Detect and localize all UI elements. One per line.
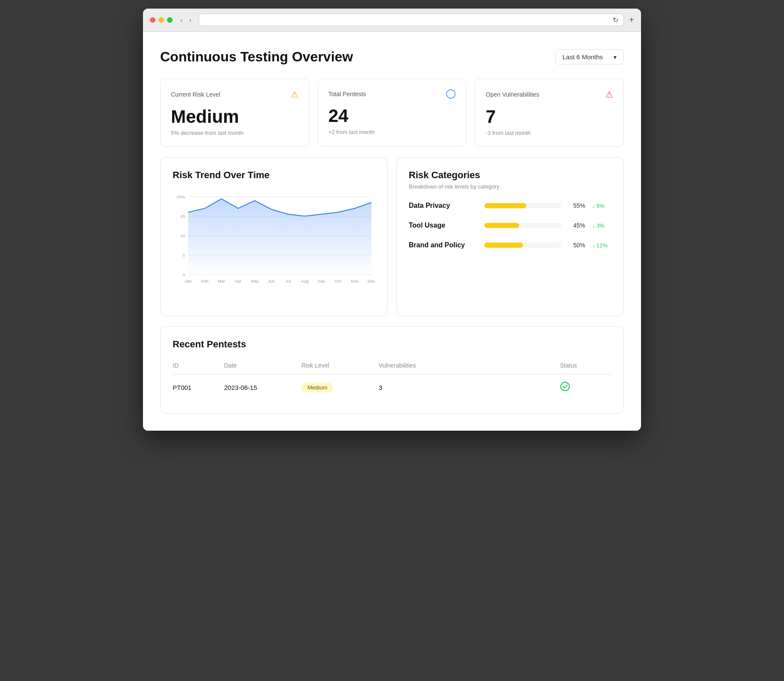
svg-text:Dec: Dec	[368, 279, 375, 283]
risk-cat-brand-policy: Brand and Policy 50% ↓ 12%	[409, 241, 611, 249]
risk-cat-tool-usage: Tool Usage 45% ↓ 3%	[409, 222, 611, 229]
risk-pct: 45%	[568, 222, 585, 229]
app-content: Continuous Testing Overview Last 6 Month…	[143, 32, 641, 431]
col-date: Date	[224, 362, 301, 369]
svg-text:Oct: Oct	[334, 279, 341, 283]
card-header: Current Risk Level ⚠	[171, 89, 298, 100]
svg-text:20%: 20%	[176, 195, 185, 199]
browser-window: ‹ › ↻ + Continuous Testing Overview Last…	[143, 9, 641, 431]
close-button[interactable]	[150, 17, 155, 23]
svg-text:Jun: Jun	[268, 279, 275, 283]
svg-text:Sep: Sep	[318, 279, 325, 283]
new-tab-button[interactable]: +	[629, 15, 634, 25]
middle-row: Risk Trend Over Time 20% 15 10 5	[160, 157, 624, 316]
total-pentests-card: Total Pentests 24 +2 from last month	[318, 79, 467, 147]
risk-change: ↓ 3%	[592, 222, 611, 229]
svg-text:Aug: Aug	[301, 279, 309, 283]
current-risk-card: Current Risk Level ⚠ Medium 5% decrease …	[160, 79, 309, 147]
page-header: Continuous Testing Overview Last 6 Month…	[160, 49, 624, 65]
table-row: PT001 2023-06-15 Medium 3	[173, 374, 611, 401]
card-value: Medium	[171, 106, 298, 127]
risk-cat-label: Tool Usage	[409, 222, 477, 229]
cell-status	[560, 381, 611, 394]
card-sub: +2 from last month	[328, 129, 456, 135]
svg-text:Jul: Jul	[285, 279, 291, 283]
col-vuln: Vulnerabilities	[379, 362, 560, 369]
cell-vuln: 3	[379, 384, 560, 391]
card-label: Total Pentests	[328, 91, 366, 97]
svg-text:May: May	[251, 279, 259, 283]
risk-categories-panel: Risk Categories Breakdown of risk levels…	[396, 157, 624, 316]
card-value: 7	[486, 106, 613, 127]
circle-icon	[446, 89, 456, 99]
risk-trend-panel: Risk Trend Over Time 20% 15 10 5	[160, 157, 388, 316]
card-sub: 5% decrease from last month	[171, 130, 298, 136]
col-risk: Risk Level	[301, 362, 379, 369]
risk-cat-label: Brand and Policy	[409, 241, 477, 249]
risk-bar-track	[484, 223, 561, 228]
risk-bar-fill	[484, 223, 519, 228]
svg-text:Nov: Nov	[351, 279, 359, 283]
risk-pct: 50%	[568, 242, 585, 249]
col-status: Status	[560, 362, 611, 369]
time-filter-label: Last 6 Months	[562, 53, 603, 61]
card-label: Current Risk Level	[171, 91, 220, 98]
cell-id: PT001	[173, 384, 224, 391]
risk-bar-fill	[484, 243, 523, 248]
cell-risk: Medium	[301, 383, 379, 392]
refresh-button[interactable]: ↻	[613, 16, 618, 24]
risk-change: ↓ 5%	[592, 203, 611, 209]
url-bar[interactable]: ↻	[199, 14, 624, 26]
time-filter-dropdown[interactable]: Last 6 Months ▾	[555, 49, 624, 64]
svg-text:Jan: Jan	[185, 279, 191, 283]
svg-text:0: 0	[182, 272, 185, 277]
table-header: ID Date Risk Level Vulnerabilities Statu…	[173, 357, 611, 374]
minimize-button[interactable]	[158, 17, 164, 23]
svg-text:5: 5	[182, 253, 185, 258]
chart-svg: 20% 15 10 5 0	[173, 183, 375, 304]
chevron-down-icon: ▾	[614, 54, 617, 61]
nav-buttons: ‹ ›	[178, 16, 194, 24]
risk-cat-data-privacy: Data Privacy 55% ↓ 5%	[409, 202, 611, 210]
risk-level-badge: Medium	[301, 383, 333, 392]
risk-categories-title: Risk Categories	[409, 170, 611, 181]
warning-icon: ⚠	[291, 89, 298, 100]
svg-text:15: 15	[180, 214, 185, 219]
checkmark-circle-icon	[560, 381, 570, 392]
svg-point-22	[561, 382, 569, 391]
risk-trend-chart: 20% 15 10 5 0	[173, 183, 375, 304]
card-header: Open Vulnerabilities ⚠	[486, 89, 613, 100]
risk-pct: 55%	[568, 202, 585, 209]
svg-text:Apr: Apr	[235, 279, 242, 283]
card-label: Open Vulnerabilities	[486, 91, 539, 98]
risk-bar-track	[484, 243, 561, 248]
maximize-button[interactable]	[167, 17, 173, 23]
cell-date: 2023-06-15	[224, 384, 301, 391]
svg-text:Mar: Mar	[218, 279, 225, 283]
alert-icon: ⚠	[605, 89, 613, 100]
risk-change: ↓ 12%	[592, 242, 611, 249]
risk-bar-fill	[484, 203, 526, 208]
back-button[interactable]: ‹	[178, 16, 185, 24]
svg-text:10: 10	[180, 233, 185, 238]
col-id: ID	[173, 362, 224, 369]
risk-categories-sub: Breakdown of risk levels by category	[409, 183, 611, 190]
card-value: 24	[328, 106, 456, 126]
traffic-lights	[150, 17, 173, 23]
risk-trend-title: Risk Trend Over Time	[173, 170, 375, 181]
stat-cards-row: Current Risk Level ⚠ Medium 5% decrease …	[160, 79, 624, 147]
recent-pentests-title: Recent Pentests	[173, 339, 611, 350]
card-header: Total Pentests	[328, 89, 456, 99]
recent-pentests-panel: Recent Pentests ID Date Risk Level Vulne…	[160, 326, 624, 413]
svg-text:Feb: Feb	[201, 279, 209, 283]
page-title: Continuous Testing Overview	[160, 49, 353, 65]
risk-bar-track	[484, 203, 561, 208]
card-sub: -3 from last month	[486, 130, 613, 136]
open-vulnerabilities-card: Open Vulnerabilities ⚠ 7 -3 from last mo…	[475, 79, 624, 147]
browser-chrome: ‹ › ↻ +	[143, 9, 641, 32]
risk-cat-label: Data Privacy	[409, 202, 477, 210]
forward-button[interactable]: ›	[187, 16, 194, 24]
